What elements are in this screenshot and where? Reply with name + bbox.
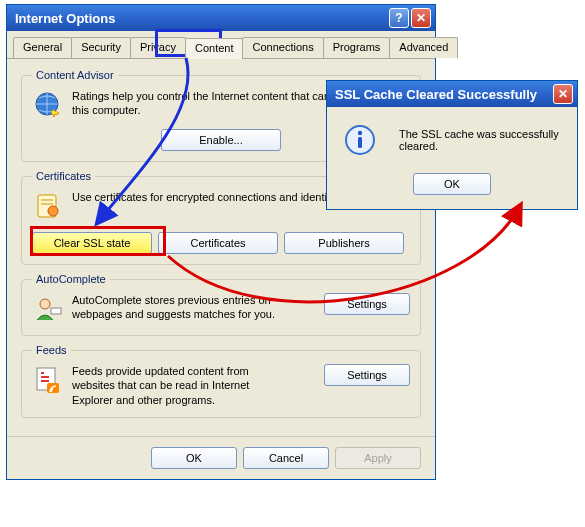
popup-titlebar: SSL Cache Cleared Successfully ✕ <box>327 81 577 107</box>
dialog-buttons: OK Cancel Apply <box>7 436 435 479</box>
clear-ssl-button[interactable]: Clear SSL state <box>32 232 152 254</box>
publishers-button[interactable]: Publishers <box>284 232 404 254</box>
internet-options-window: Internet Options ? ✕ General Security Pr… <box>6 4 436 480</box>
svg-point-9 <box>50 390 52 392</box>
feeds-legend: Feeds <box>32 344 71 356</box>
window-title: Internet Options <box>15 11 115 26</box>
enable-button[interactable]: Enable... <box>161 129 281 151</box>
autocomplete-legend: AutoComplete <box>32 273 110 285</box>
autocomplete-text: AutoComplete stores previous entries on … <box>72 293 282 325</box>
tab-privacy[interactable]: Privacy <box>130 37 186 58</box>
tab-connections[interactable]: Connections <box>242 37 323 58</box>
svg-rect-6 <box>51 308 61 314</box>
content-advisor-legend: Content Advisor <box>32 69 118 81</box>
popup-message: The SSL cache was successfully cleared. <box>399 128 561 152</box>
tab-programs[interactable]: Programs <box>323 37 391 58</box>
certificate-icon <box>32 190 64 222</box>
close-button[interactable]: ✕ <box>411 8 431 28</box>
ok-button[interactable]: OK <box>151 447 237 469</box>
certificates-legend: Certificates <box>32 170 95 182</box>
popup-ok-button[interactable]: OK <box>413 173 491 195</box>
tab-content[interactable]: Content <box>185 38 244 59</box>
apply-button: Apply <box>335 447 421 469</box>
autocomplete-icon <box>32 293 64 325</box>
cancel-button[interactable]: Cancel <box>243 447 329 469</box>
feeds-group: Feeds Feeds provide updated content from… <box>21 344 421 418</box>
info-icon <box>343 123 377 157</box>
feed-icon <box>32 364 64 396</box>
svg-point-5 <box>40 299 50 309</box>
help-button[interactable]: ? <box>389 8 409 28</box>
svg-rect-12 <box>358 137 362 148</box>
autocomplete-settings-button[interactable]: Settings <box>324 293 410 315</box>
svg-point-11 <box>358 131 362 135</box>
globe-icon <box>32 89 64 121</box>
feeds-text: Feeds provide updated content from websi… <box>72 364 282 407</box>
certificates-button[interactable]: Certificates <box>158 232 278 254</box>
titlebar: Internet Options ? ✕ <box>7 5 435 31</box>
ssl-cleared-dialog: SSL Cache Cleared Successfully ✕ The SSL… <box>326 80 578 210</box>
tab-security[interactable]: Security <box>71 37 131 58</box>
popup-title: SSL Cache Cleared Successfully <box>335 87 537 102</box>
popup-close-button[interactable]: ✕ <box>553 84 573 104</box>
tab-advanced[interactable]: Advanced <box>389 37 458 58</box>
tabs: General Security Privacy Content Connect… <box>7 31 435 59</box>
svg-rect-8 <box>47 383 59 393</box>
feeds-settings-button[interactable]: Settings <box>324 364 410 386</box>
tab-general[interactable]: General <box>13 37 72 58</box>
svg-point-4 <box>48 206 58 216</box>
autocomplete-group: AutoComplete AutoComplete stores previou… <box>21 273 421 336</box>
